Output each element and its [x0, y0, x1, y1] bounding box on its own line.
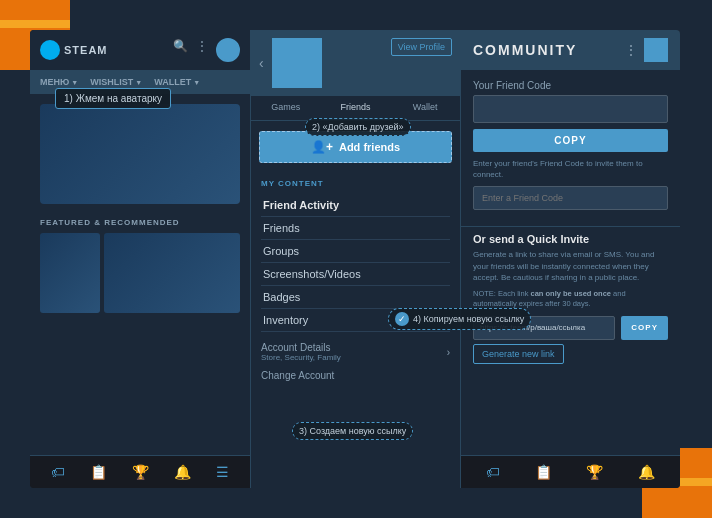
community-avatar[interactable] [644, 38, 668, 62]
avatar[interactable] [216, 38, 240, 62]
annotation-tooltip-1: 1) Жмем на аватарку [55, 88, 171, 109]
note-bold: can only be used once [531, 289, 611, 298]
profile-avatar[interactable] [272, 38, 322, 88]
account-details-sublabel: Store, Security, Family [261, 353, 341, 362]
bottom-nav-right: 🏷 📋 🏆 🔔 [461, 455, 680, 488]
middle-panel: ‹ View Profile Games Friends Wallet 👤+ A… [250, 30, 460, 488]
bottom-nav-r-store[interactable]: 🏷 [486, 464, 500, 480]
change-account[interactable]: Change Account [251, 366, 460, 385]
more-icon[interactable]: ⋮ [194, 38, 210, 54]
profile-background [40, 104, 240, 204]
featured-section: FEATURED & RECOMMENDED [40, 212, 240, 319]
account-arrow: › [447, 347, 450, 358]
divider [461, 226, 680, 227]
quick-invite-section: Or send a Quick Invite Generate a link t… [461, 233, 680, 370]
annotation-tooltip-3: 3) Создаем новую ссылку [292, 422, 413, 440]
quick-invite-text: Generate a link to share via email or SM… [473, 249, 668, 283]
featured-items [40, 233, 240, 313]
featured-item-2 [104, 233, 240, 313]
content-badges[interactable]: Badges [261, 286, 450, 309]
bottom-nav-r-notifications[interactable]: 🔔 [638, 464, 655, 480]
bottom-nav-r-achievements[interactable]: 🏆 [586, 464, 603, 480]
generate-link-button[interactable]: Generate new link [473, 344, 564, 364]
friend-code-helper: Enter your friend's Friend Code to invit… [473, 158, 668, 180]
tab-wallet[interactable]: Wallet [390, 96, 460, 120]
tab-games[interactable]: Games [251, 96, 321, 120]
change-account-label: Change Account [261, 370, 334, 381]
content-friends[interactable]: Friends [261, 217, 450, 240]
view-profile-button[interactable]: View Profile [391, 38, 452, 56]
bottom-nav-library[interactable]: 📋 [90, 464, 107, 480]
steam-logo: STEAM [40, 40, 108, 60]
note-prefix: NOTE: Each link [473, 289, 531, 298]
search-icon[interactable]: 🔍 [172, 38, 188, 54]
bottom-nav-r-library[interactable]: 📋 [535, 464, 552, 480]
back-arrow[interactable]: ‹ [259, 55, 264, 71]
bottom-nav-store[interactable]: 🏷 [51, 464, 65, 480]
steam-logo-icon [40, 40, 60, 60]
quick-invite-title: Or send a Quick Invite [473, 233, 668, 245]
community-header: COMMUNITY ⋮ [461, 30, 680, 70]
profile-header: ‹ View Profile [251, 30, 460, 96]
copy-link-button[interactable]: COPY [621, 316, 668, 340]
friend-code-input[interactable] [473, 95, 668, 123]
steam-header: STEAM 🔍 ⋮ [30, 30, 250, 70]
bottom-nav-achievements[interactable]: 🏆 [132, 464, 149, 480]
my-content-title: MY CONTENT [261, 179, 450, 188]
annotation-tooltip-2: 2) «Добавить друзей» [305, 118, 411, 136]
check-icon: ✓ [395, 312, 409, 326]
note-text: NOTE: Each link can only be used once an… [473, 289, 668, 310]
account-details-label: Account Details [261, 342, 341, 353]
friend-code-section: Your Friend Code COPY Enter your friend'… [461, 70, 680, 220]
enter-friend-code-input[interactable] [473, 186, 668, 210]
featured-title: FEATURED & RECOMMENDED [40, 218, 240, 227]
profile-area: FEATURED & RECOMMENDED [30, 94, 250, 455]
content-groups[interactable]: Groups [261, 240, 450, 263]
community-more-icon[interactable]: ⋮ [624, 42, 638, 58]
content-screenshots[interactable]: Screenshots/Videos [261, 263, 450, 286]
account-details[interactable]: Account Details Store, Security, Family … [251, 338, 460, 366]
content-friend-activity[interactable]: Friend Activity [261, 194, 450, 217]
bottom-nav-notifications[interactable]: 🔔 [174, 464, 191, 480]
copy-friend-code-button[interactable]: COPY [473, 129, 668, 152]
community-header-right: ⋮ [624, 38, 668, 62]
steam-header-icons: 🔍 ⋮ [172, 38, 240, 62]
bottom-nav-left: 🏷 📋 🏆 🔔 ☰ [30, 455, 250, 488]
add-friends-icon: 👤+ [311, 140, 333, 154]
annotation-tooltip-4: ✓ 4) Копируем новую ссылку [388, 308, 531, 330]
friend-code-label: Your Friend Code [473, 80, 668, 91]
community-title: COMMUNITY [473, 42, 577, 58]
annotation-4-text: 4) Копируем новую ссылку [413, 314, 524, 324]
steam-logo-text: STEAM [64, 44, 108, 56]
featured-item-1 [40, 233, 100, 313]
community-panel: COMMUNITY ⋮ Your Friend Code COPY Enter … [460, 30, 680, 488]
add-friends-label: Add friends [339, 141, 400, 153]
tab-friends[interactable]: Friends [321, 96, 391, 120]
bottom-nav-menu[interactable]: ☰ [216, 464, 229, 480]
